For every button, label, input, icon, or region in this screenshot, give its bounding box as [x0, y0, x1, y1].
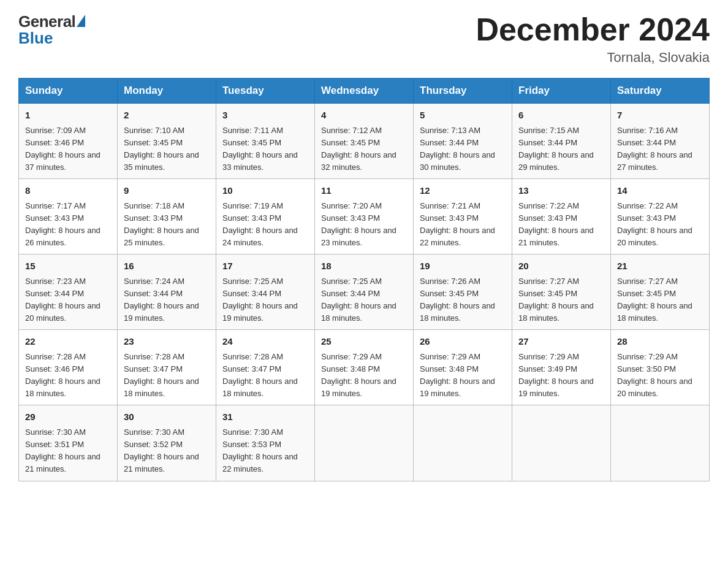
day-info: Sunrise: 7:24 AMSunset: 3:44 PMDaylight:…: [124, 275, 210, 325]
day-info: Sunrise: 7:25 AMSunset: 3:44 PMDaylight:…: [321, 275, 407, 325]
week-row-5: 29 Sunrise: 7:30 AMSunset: 3:51 PMDaylig…: [19, 405, 710, 481]
day-number: 21: [617, 259, 703, 274]
empty-cell-w4-d6: [611, 405, 710, 481]
day-cell-1: 1 Sunrise: 7:09 AMSunset: 3:46 PMDayligh…: [19, 104, 118, 179]
day-number: 7: [617, 109, 703, 123]
day-info: Sunrise: 7:11 AMSunset: 3:45 PMDaylight:…: [222, 124, 308, 174]
day-number: 2: [124, 109, 210, 123]
day-cell-30: 30 Sunrise: 7:30 AMSunset: 3:52 PMDaylig…: [118, 405, 216, 481]
day-info: Sunrise: 7:28 AMSunset: 3:46 PMDaylight:…: [25, 351, 111, 400]
day-number: 23: [124, 335, 210, 349]
day-number: 10: [222, 184, 308, 198]
day-cell-15: 15 Sunrise: 7:23 AMSunset: 3:44 PMDaylig…: [19, 255, 118, 330]
day-cell-18: 18 Sunrise: 7:25 AMSunset: 3:44 PMDaylig…: [315, 255, 414, 330]
week-row-2: 8 Sunrise: 7:17 AMSunset: 3:43 PMDayligh…: [19, 179, 710, 255]
day-cell-4: 4 Sunrise: 7:12 AMSunset: 3:45 PMDayligh…: [315, 104, 414, 179]
day-number: 1: [25, 109, 111, 123]
location-title: Tornala, Slovakia: [476, 50, 710, 66]
day-number: 18: [321, 259, 407, 274]
month-title: December 2024: [476, 12, 710, 47]
day-info: Sunrise: 7:22 AMSunset: 3:43 PMDaylight:…: [617, 200, 703, 250]
day-cell-14: 14 Sunrise: 7:22 AMSunset: 3:43 PMDaylig…: [611, 179, 710, 255]
day-number: 12: [420, 184, 506, 198]
day-number: 8: [25, 184, 111, 198]
day-cell-26: 26 Sunrise: 7:29 AMSunset: 3:48 PMDaylig…: [414, 330, 512, 405]
col-thursday: Thursday: [414, 79, 512, 104]
day-number: 13: [518, 184, 604, 198]
col-saturday: Saturday: [611, 79, 710, 104]
day-info: Sunrise: 7:22 AMSunset: 3:43 PMDaylight:…: [518, 200, 604, 250]
day-cell-12: 12 Sunrise: 7:21 AMSunset: 3:43 PMDaylig…: [414, 179, 512, 255]
day-cell-29: 29 Sunrise: 7:30 AMSunset: 3:51 PMDaylig…: [19, 405, 118, 481]
day-number: 25: [321, 335, 407, 349]
day-info: Sunrise: 7:16 AMSunset: 3:44 PMDaylight:…: [617, 124, 703, 174]
day-cell-8: 8 Sunrise: 7:17 AMSunset: 3:43 PMDayligh…: [19, 179, 118, 255]
day-cell-16: 16 Sunrise: 7:24 AMSunset: 3:44 PMDaylig…: [118, 255, 216, 330]
col-friday: Friday: [512, 79, 611, 104]
day-info: Sunrise: 7:29 AMSunset: 3:48 PMDaylight:…: [321, 351, 407, 400]
empty-cell-w4-d5: [512, 405, 611, 481]
day-cell-9: 9 Sunrise: 7:18 AMSunset: 3:43 PMDayligh…: [118, 179, 216, 255]
day-cell-27: 27 Sunrise: 7:29 AMSunset: 3:49 PMDaylig…: [512, 330, 611, 405]
page-header: General Blue December 2024 Tornala, Slov…: [18, 12, 710, 66]
day-number: 15: [25, 259, 111, 274]
title-area: December 2024 Tornala, Slovakia: [476, 12, 710, 66]
day-number: 31: [222, 410, 308, 424]
day-info: Sunrise: 7:25 AMSunset: 3:44 PMDaylight:…: [222, 275, 308, 325]
day-cell-23: 23 Sunrise: 7:28 AMSunset: 3:47 PMDaylig…: [118, 330, 216, 405]
day-cell-11: 11 Sunrise: 7:20 AMSunset: 3:43 PMDaylig…: [315, 179, 414, 255]
day-info: Sunrise: 7:29 AMSunset: 3:49 PMDaylight:…: [518, 351, 604, 400]
logo-triangle-icon: [77, 15, 85, 27]
day-cell-6: 6 Sunrise: 7:15 AMSunset: 3:44 PMDayligh…: [512, 104, 611, 179]
day-info: Sunrise: 7:09 AMSunset: 3:46 PMDaylight:…: [25, 124, 111, 174]
day-number: 22: [25, 335, 111, 349]
day-info: Sunrise: 7:28 AMSunset: 3:47 PMDaylight:…: [124, 351, 210, 400]
day-info: Sunrise: 7:10 AMSunset: 3:45 PMDaylight:…: [124, 124, 210, 174]
day-info: Sunrise: 7:29 AMSunset: 3:48 PMDaylight:…: [420, 351, 506, 400]
day-cell-22: 22 Sunrise: 7:28 AMSunset: 3:46 PMDaylig…: [19, 330, 118, 405]
day-info: Sunrise: 7:17 AMSunset: 3:43 PMDaylight:…: [25, 200, 111, 250]
day-cell-24: 24 Sunrise: 7:28 AMSunset: 3:47 PMDaylig…: [216, 330, 315, 405]
day-number: 4: [321, 109, 407, 123]
day-info: Sunrise: 7:27 AMSunset: 3:45 PMDaylight:…: [617, 275, 703, 325]
day-info: Sunrise: 7:12 AMSunset: 3:45 PMDaylight:…: [321, 124, 407, 174]
col-sunday: Sunday: [19, 79, 118, 104]
week-row-4: 22 Sunrise: 7:28 AMSunset: 3:46 PMDaylig…: [19, 330, 710, 405]
day-number: 9: [124, 184, 210, 198]
day-cell-20: 20 Sunrise: 7:27 AMSunset: 3:45 PMDaylig…: [512, 255, 611, 330]
day-info: Sunrise: 7:23 AMSunset: 3:44 PMDaylight:…: [25, 275, 111, 325]
day-cell-13: 13 Sunrise: 7:22 AMSunset: 3:43 PMDaylig…: [512, 179, 611, 255]
day-info: Sunrise: 7:20 AMSunset: 3:43 PMDaylight:…: [321, 200, 407, 250]
col-wednesday: Wednesday: [315, 79, 414, 104]
day-cell-31: 31 Sunrise: 7:30 AMSunset: 3:53 PMDaylig…: [216, 405, 315, 481]
logo: General Blue: [18, 12, 85, 48]
week-row-3: 15 Sunrise: 7:23 AMSunset: 3:44 PMDaylig…: [19, 255, 710, 330]
week-row-1: 1 Sunrise: 7:09 AMSunset: 3:46 PMDayligh…: [19, 104, 710, 179]
day-number: 11: [321, 184, 407, 198]
day-info: Sunrise: 7:30 AMSunset: 3:52 PMDaylight:…: [124, 426, 210, 476]
day-number: 3: [222, 109, 308, 123]
day-cell-25: 25 Sunrise: 7:29 AMSunset: 3:48 PMDaylig…: [315, 330, 414, 405]
day-info: Sunrise: 7:27 AMSunset: 3:45 PMDaylight:…: [518, 275, 604, 325]
day-info: Sunrise: 7:13 AMSunset: 3:44 PMDaylight:…: [420, 124, 506, 174]
day-number: 16: [124, 259, 210, 274]
day-number: 28: [617, 335, 703, 349]
day-info: Sunrise: 7:18 AMSunset: 3:43 PMDaylight:…: [124, 200, 210, 250]
day-number: 27: [518, 335, 604, 349]
day-number: 29: [25, 410, 111, 424]
day-info: Sunrise: 7:30 AMSunset: 3:51 PMDaylight:…: [25, 426, 111, 476]
day-number: 14: [617, 184, 703, 198]
day-number: 24: [222, 335, 308, 349]
calendar-table: Sunday Monday Tuesday Wednesday Thursday…: [18, 78, 710, 481]
day-number: 5: [420, 109, 506, 123]
day-number: 20: [518, 259, 604, 274]
day-number: 6: [518, 109, 604, 123]
day-cell-19: 19 Sunrise: 7:26 AMSunset: 3:45 PMDaylig…: [414, 255, 512, 330]
day-info: Sunrise: 7:19 AMSunset: 3:43 PMDaylight:…: [222, 200, 308, 250]
day-number: 26: [420, 335, 506, 349]
day-cell-2: 2 Sunrise: 7:10 AMSunset: 3:45 PMDayligh…: [118, 104, 216, 179]
day-cell-3: 3 Sunrise: 7:11 AMSunset: 3:45 PMDayligh…: [216, 104, 315, 179]
day-cell-5: 5 Sunrise: 7:13 AMSunset: 3:44 PMDayligh…: [414, 104, 512, 179]
col-monday: Monday: [118, 79, 216, 104]
day-info: Sunrise: 7:30 AMSunset: 3:53 PMDaylight:…: [222, 426, 308, 476]
